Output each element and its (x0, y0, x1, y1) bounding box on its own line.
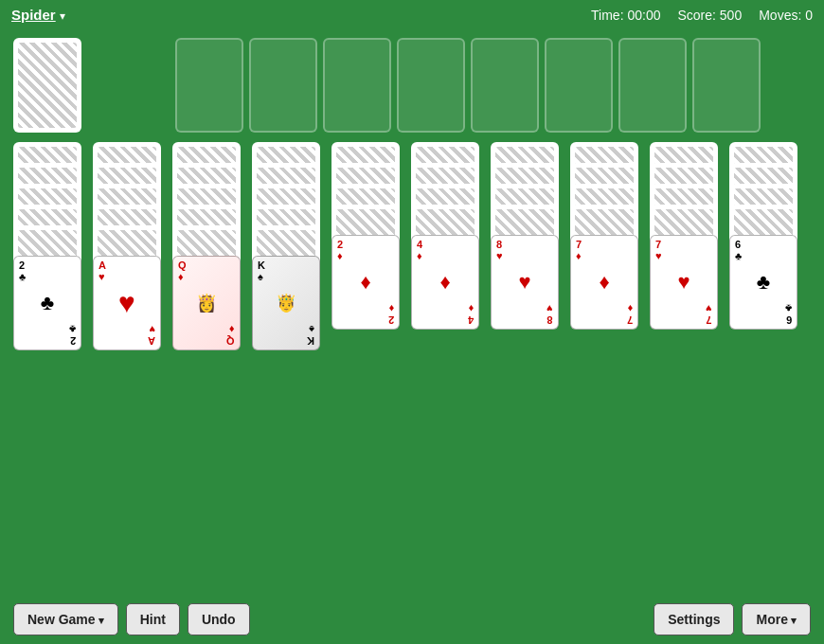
card-rank-br: 7♦ (627, 303, 633, 326)
tableau-col-9: 7♥ ♥ 7♥ (646, 142, 722, 436)
tableau-col-5: 2♦ ♦ 2♦ (328, 142, 403, 436)
footer: New Game Hint Undo Settings More (0, 595, 824, 644)
card-rank-tl: A♥ (99, 259, 106, 282)
card-rank-tl: 2♣ (19, 259, 26, 282)
time-display: Time: 00:00 (591, 8, 660, 23)
card-7d[interactable]: 7♦ ♦ 7♦ (570, 235, 638, 330)
card-rank-tl: 8♥ (496, 239, 503, 261)
card-8h[interactable]: 8♥ ♥ 8♥ (491, 235, 559, 330)
title-dropdown-icon[interactable]: ▾ (60, 9, 65, 23)
more-button[interactable]: More (742, 603, 811, 635)
foundation-area (175, 38, 761, 133)
card-rank-br: 6♣ (785, 303, 792, 326)
card-suit-center: ♦ (599, 270, 609, 295)
tableau-col-4: K♠ 🤴 K♠ (248, 142, 324, 455)
footer-right-buttons: Settings More (654, 603, 811, 635)
card-rank-tl: 7♥ (655, 239, 662, 261)
card-qd[interactable]: Q♦ 👸 Q♦ (172, 256, 241, 350)
card-suit-center: ♦ (439, 270, 450, 295)
score-display: Score: 500 (677, 8, 742, 23)
card-rank-tl: 4♦ (417, 239, 422, 261)
card-suit-center: 🤴 (276, 293, 296, 313)
card-rank-br: 2♣ (69, 324, 76, 347)
card-suit-center: ♥ (118, 287, 135, 319)
card-4d[interactable]: 4♦ ♦ 4♦ (411, 235, 479, 330)
card-2c[interactable]: 2♣ ♣ 2♣ (13, 256, 81, 350)
card-rank-tl: Q♦ (178, 259, 187, 282)
foundation-slot-2[interactable] (249, 38, 317, 133)
card-rank-tl: 2♦ (337, 239, 343, 261)
card-suit-center: ♥ (677, 270, 690, 295)
card-rank-tl: 6♣ (735, 239, 742, 261)
card-rank-br: 4♦ (468, 303, 474, 326)
card-7h[interactable]: 7♥ ♥ 7♥ (650, 235, 718, 330)
game-title-area[interactable]: Spider ▾ (11, 7, 65, 24)
stock-area[interactable] (13, 38, 81, 133)
foundation-slot-3[interactable] (323, 38, 391, 133)
card-suit-center: ♥ (518, 270, 530, 295)
tableau-col-1: 2♣ ♣ 2♣ (9, 142, 85, 455)
undo-button[interactable]: Undo (188, 603, 250, 635)
tableau-col-7: 8♥ ♥ 8♥ (487, 142, 563, 436)
foundation-slot-1[interactable] (175, 38, 243, 133)
new-game-button[interactable]: New Game (13, 603, 118, 635)
card-rank-br: K♠ (307, 324, 314, 347)
card-rank-br: A♥ (148, 324, 155, 347)
footer-left-buttons: New Game Hint Undo (13, 603, 250, 635)
tableau-col-6: 4♦ ♦ 4♦ (407, 142, 483, 436)
tableau-col-10: 6♣ ♣ 6♣ (725, 142, 801, 436)
stock-pile[interactable] (13, 38, 81, 133)
tableau-col-3: Q♦ 👸 Q♦ (169, 142, 244, 455)
card-6c[interactable]: 6♣ ♣ 6♣ (729, 235, 797, 330)
card-suit-center: ♣ (41, 291, 54, 315)
game-stats: Time: 00:00 Score: 500 Moves: 0 (591, 8, 813, 23)
card-rank-br: 8♥ (546, 303, 553, 326)
tableau-col-8: 7♦ ♦ 7♦ (566, 142, 642, 436)
game-header: Spider ▾ Time: 00:00 Score: 500 Moves: 0 (0, 0, 824, 30)
moves-display: Moves: 0 (759, 8, 813, 23)
foundation-slot-4[interactable] (397, 38, 465, 133)
hint-button[interactable]: Hint (126, 603, 180, 635)
card-ah[interactable]: A♥ ♥ A♥ (93, 256, 161, 350)
foundation-slot-8[interactable] (692, 38, 761, 133)
foundation-slot-6[interactable] (545, 38, 613, 133)
settings-button[interactable]: Settings (654, 603, 734, 635)
card-ks[interactable]: K♠ 🤴 K♠ (252, 256, 320, 350)
card-rank-br: 2♦ (388, 303, 394, 326)
card-rank-br: Q♦ (226, 324, 235, 347)
foundation-slot-7[interactable] (618, 38, 687, 133)
card-suit-center: 👸 (196, 293, 217, 313)
foundation-slot-5[interactable] (471, 38, 539, 133)
card-2d[interactable]: 2♦ ♦ 2♦ (331, 235, 400, 330)
game-title[interactable]: Spider (11, 7, 56, 23)
tableau-area: 2♣ ♣ 2♣ A♥ ♥ A♥ Q♦ 👸 Q♦ (9, 142, 801, 455)
card-rank-tl: 7♦ (576, 239, 582, 261)
card-rank-br: 7♥ (706, 303, 712, 326)
card-rank-tl: K♠ (258, 259, 265, 282)
card-suit-center: ♦ (360, 270, 370, 295)
tableau-col-2: A♥ ♥ A♥ (89, 142, 165, 455)
card-suit-center: ♣ (757, 270, 770, 295)
